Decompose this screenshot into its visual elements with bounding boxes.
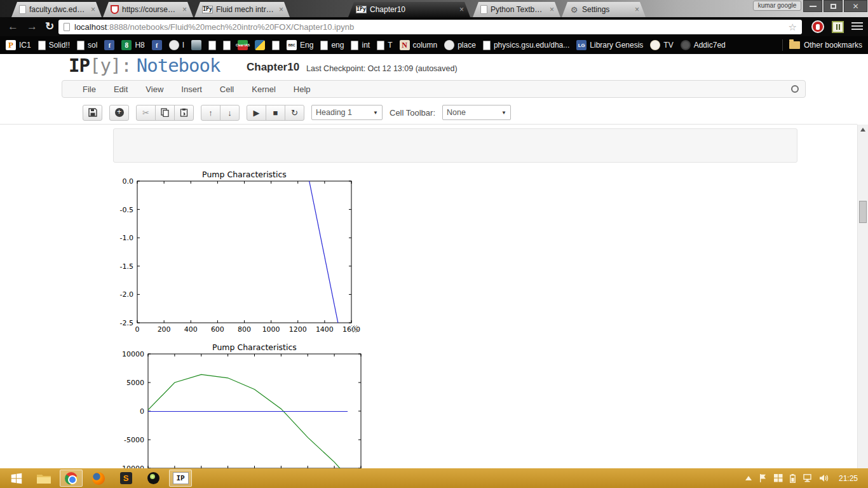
extension-utensils-icon[interactable] [832, 21, 844, 33]
menu-help[interactable]: Help [285, 85, 320, 94]
system-tray: 21:25 [745, 474, 863, 483]
bookmark-item-physics-gsu-edu-dha-[interactable]: physics.gsu.edu/dha... [480, 39, 573, 51]
bookmark-item-h8[interactable]: 8H8 [118, 39, 147, 51]
ipython-taskbar-button[interactable]: IP [169, 470, 192, 487]
scroll-up-icon[interactable] [860, 128, 865, 132]
battery-icon[interactable] [790, 474, 796, 483]
volume-icon[interactable] [820, 474, 829, 482]
forward-button[interactable]: → [27, 20, 37, 34]
bookmark-item[interactable] [252, 39, 268, 51]
shield-icon [111, 5, 119, 14]
network-icon[interactable] [803, 474, 813, 482]
move-cell-down-button[interactable]: ↓ [220, 105, 240, 121]
tab-close-icon[interactable]: × [548, 5, 555, 14]
copy-cell-button[interactable] [155, 105, 175, 121]
menu-cell[interactable]: Cell [211, 85, 243, 94]
bookmark-item-tv[interactable]: TV [647, 39, 676, 51]
bookmark-item[interactable] [220, 39, 234, 51]
cut-cell-button[interactable]: ✂ [136, 105, 156, 121]
bookmark-item[interactable]: Clear IAS [234, 39, 251, 51]
minimize-button[interactable] [803, 0, 822, 12]
bookmark-item[interactable] [205, 39, 219, 51]
media-player-taskbar-button[interactable] [142, 470, 165, 487]
bookmark-item-eng[interactable]: BBCEng [283, 39, 316, 51]
windows-logo-icon [10, 471, 24, 485]
bookmark-label: I [182, 41, 184, 50]
tab-chapter10[interactable]: IPy Chapter10 × [348, 2, 470, 17]
address-bar[interactable]: localhost:8888/notebooks/Fluid%20mech%20… [58, 20, 802, 34]
tab-settings[interactable]: ⚙ Settings × [562, 2, 646, 17]
tab-close-icon[interactable]: × [181, 5, 188, 14]
add-cell-button[interactable]: + [109, 105, 129, 121]
menu-view[interactable]: View [137, 85, 172, 94]
tab-close-icon[interactable]: × [634, 5, 641, 14]
page-icon [19, 5, 26, 14]
svg-text:400: 400 [184, 325, 198, 334]
firefox-taskbar-button[interactable] [87, 470, 110, 487]
chrome-profile-badge[interactable]: kumar google [753, 1, 801, 11]
menu-file[interactable]: File [74, 85, 105, 94]
bookmark-item-solid-[interactable]: Solid!! [35, 39, 73, 51]
cell-type-select[interactable]: Heading 1 ▼ [311, 105, 383, 120]
chrome-taskbar-button[interactable] [60, 470, 83, 487]
tab-courses[interactable]: https://courses.cit.cornel × [103, 2, 193, 17]
cell-toolbar-select[interactable]: None ▼ [442, 105, 511, 120]
bookmark-item-i[interactable]: I [166, 39, 187, 51]
bookmark-label: int [362, 41, 370, 50]
interrupt-kernel-button[interactable]: ■ [266, 105, 285, 121]
bookmark-item[interactable]: f [149, 39, 165, 51]
output-resize-grip[interactable] [351, 325, 358, 332]
bookmark-item-library-genesis[interactable]: LGLibrary Genesis [573, 39, 646, 51]
windows-update-icon[interactable] [774, 474, 783, 482]
menu-kernel[interactable]: Kernel [243, 85, 285, 94]
close-button[interactable]: ✕ [844, 0, 867, 12]
tab-close-icon[interactable]: × [278, 5, 285, 14]
bookmark-item-sol[interactable]: sol [74, 39, 100, 51]
tab-close-icon[interactable]: × [90, 5, 97, 14]
run-cell-button[interactable]: ▶ [247, 105, 266, 121]
bookmark-item-addic7ed[interactable]: Addic7ed [677, 39, 729, 51]
bookmark-item-place[interactable]: place [441, 39, 479, 51]
tab-fluid-mech[interactable]: IPy Fluid mech intro FOX/ × [194, 2, 290, 17]
notebook-title[interactable]: Chapter10 [247, 61, 299, 74]
move-cell-up-button[interactable]: ↑ [201, 105, 220, 121]
show-hidden-icons-button[interactable] [745, 476, 752, 480]
restore-button[interactable] [824, 0, 843, 12]
action-center-flag-icon[interactable] [759, 474, 767, 482]
bookmark-star-icon[interactable]: ☆ [789, 22, 797, 33]
svg-text:-2.5: -2.5 [120, 319, 133, 327]
reload-button[interactable]: ↻ [45, 20, 54, 34]
bookmark-item-int[interactable]: int [348, 39, 373, 51]
url-text[interactable]: localhost:8888/notebooks/Fluid%20mech%20… [74, 22, 784, 32]
menu-insert[interactable]: Insert [172, 85, 211, 94]
svg-text:1200: 1200 [289, 325, 307, 334]
paste-cell-button[interactable] [174, 105, 194, 121]
menu-edit[interactable]: Edit [105, 85, 137, 94]
ipython-logo[interactable]: IP[y]:Notebook [69, 55, 220, 76]
extension-hand-icon[interactable] [811, 20, 824, 33]
bookmark-item[interactable]: f [101, 39, 118, 51]
bookmark-item-ic1[interactable]: PIC1 [3, 39, 34, 51]
tab-python-textbook[interactable]: Python Textbook Compa × [473, 2, 560, 17]
taskbar-clock[interactable]: 21:25 [839, 474, 858, 483]
page-scrollbar[interactable] [857, 125, 868, 468]
folder-icon [789, 41, 800, 49]
code-cell-input[interactable] [113, 128, 797, 163]
other-bookmarks-button[interactable]: Other bookmarks [777, 36, 865, 54]
bookmark-item-t[interactable]: T [374, 39, 395, 51]
tab-close-icon[interactable]: × [458, 5, 465, 14]
start-button[interactable] [5, 470, 28, 487]
scrollbar-thumb[interactable] [859, 201, 867, 223]
chrome-menu-icon[interactable] [851, 22, 863, 32]
svg-text:800: 800 [238, 325, 251, 334]
bookmark-item-eng[interactable]: eng [317, 39, 347, 51]
bookmark-item-column[interactable]: Ncolumn [397, 39, 441, 51]
bookmark-item[interactable] [188, 39, 205, 51]
restart-kernel-button[interactable]: ↻ [285, 105, 304, 121]
sublime-taskbar-button[interactable]: S [114, 470, 137, 487]
tab-faculty[interactable]: faculty.dwc.edu/sadraey/ × [11, 2, 102, 17]
back-button[interactable]: ← [8, 20, 18, 34]
file-explorer-button[interactable] [32, 470, 55, 487]
bookmark-item[interactable] [269, 39, 283, 51]
save-button[interactable] [83, 105, 102, 121]
